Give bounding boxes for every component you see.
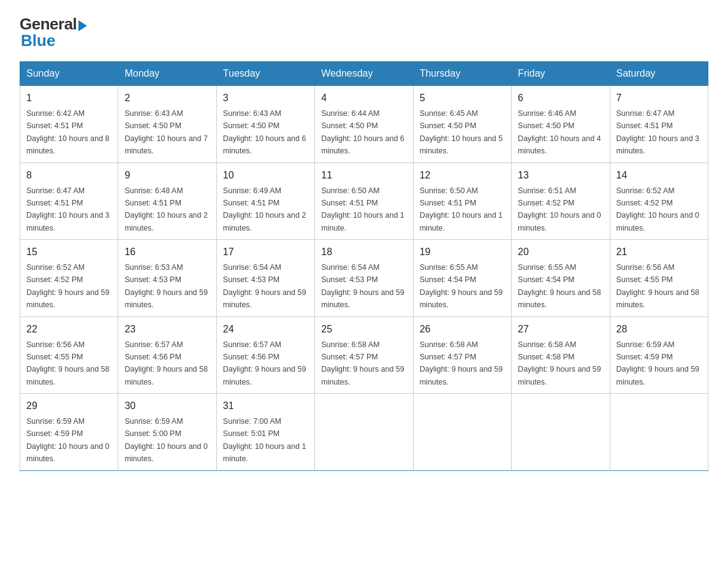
day-info: Sunrise: 6:47 AMSunset: 4:51 PMDaylight:… <box>26 186 110 232</box>
day-info: Sunrise: 6:50 AMSunset: 4:51 PMDaylight:… <box>420 186 503 232</box>
day-info: Sunrise: 6:45 AMSunset: 4:50 PMDaylight:… <box>420 109 503 155</box>
logo-triangle-icon <box>78 20 87 31</box>
day-number: 20 <box>518 245 603 259</box>
day-number: 15 <box>26 245 112 259</box>
day-info: Sunrise: 6:51 AMSunset: 4:52 PMDaylight:… <box>518 186 601 232</box>
calendar-day-cell: 1 Sunrise: 6:42 AMSunset: 4:51 PMDayligh… <box>20 86 118 163</box>
calendar-day-cell: 13 Sunrise: 6:51 AMSunset: 4:52 PMDaylig… <box>512 163 610 240</box>
calendar-week-row: 22 Sunrise: 6:56 AMSunset: 4:55 PMDaylig… <box>20 316 708 394</box>
calendar-week-row: 1 Sunrise: 6:42 AMSunset: 4:51 PMDayligh… <box>20 86 708 163</box>
day-number: 21 <box>616 245 702 259</box>
calendar-day-cell: 15 Sunrise: 6:52 AMSunset: 4:52 PMDaylig… <box>20 240 118 317</box>
day-info: Sunrise: 6:57 AMSunset: 4:56 PMDaylight:… <box>223 340 306 386</box>
calendar-day-cell: 30 Sunrise: 6:59 AMSunset: 5:00 PMDaylig… <box>118 394 216 471</box>
day-of-week-header: Tuesday <box>216 62 314 86</box>
day-number: 26 <box>420 322 505 337</box>
day-info: Sunrise: 6:48 AMSunset: 4:51 PMDaylight:… <box>124 186 208 232</box>
calendar-day-cell <box>512 394 610 471</box>
day-number: 27 <box>518 322 603 337</box>
day-number: 2 <box>124 91 210 105</box>
day-info: Sunrise: 6:53 AMSunset: 4:53 PMDaylight:… <box>124 263 208 309</box>
calendar-day-cell: 17 Sunrise: 6:54 AMSunset: 4:53 PMDaylig… <box>216 240 314 317</box>
day-info: Sunrise: 6:59 AMSunset: 5:00 PMDaylight:… <box>124 417 208 463</box>
day-number: 22 <box>26 322 112 337</box>
calendar-day-cell: 10 Sunrise: 6:49 AMSunset: 4:51 PMDaylig… <box>216 163 314 240</box>
day-info: Sunrise: 6:55 AMSunset: 4:54 PMDaylight:… <box>518 263 601 309</box>
calendar-day-cell: 31 Sunrise: 7:00 AMSunset: 5:01 PMDaylig… <box>216 394 314 471</box>
calendar-day-cell: 4 Sunrise: 6:44 AMSunset: 4:50 PMDayligh… <box>315 86 413 163</box>
logo: General Blue <box>20 15 87 50</box>
day-of-week-header: Sunday <box>20 62 118 86</box>
day-of-week-header: Thursday <box>413 62 511 86</box>
day-number: 1 <box>26 91 112 105</box>
day-number: 18 <box>321 245 406 259</box>
day-of-week-header: Wednesday <box>315 62 413 86</box>
day-number: 12 <box>420 168 505 183</box>
day-number: 14 <box>616 168 702 183</box>
day-number: 7 <box>616 91 702 105</box>
calendar-week-row: 8 Sunrise: 6:47 AMSunset: 4:51 PMDayligh… <box>20 163 708 240</box>
day-number: 30 <box>124 399 210 413</box>
calendar-day-cell: 18 Sunrise: 6:54 AMSunset: 4:53 PMDaylig… <box>315 240 413 317</box>
day-of-week-header: Monday <box>118 62 216 86</box>
day-info: Sunrise: 6:49 AMSunset: 4:51 PMDaylight:… <box>223 186 306 232</box>
day-info: Sunrise: 6:59 AMSunset: 4:59 PMDaylight:… <box>26 417 110 463</box>
calendar-day-cell: 16 Sunrise: 6:53 AMSunset: 4:53 PMDaylig… <box>118 240 216 317</box>
calendar-day-cell: 26 Sunrise: 6:58 AMSunset: 4:57 PMDaylig… <box>413 316 511 394</box>
day-number: 16 <box>124 245 210 259</box>
calendar-day-cell: 5 Sunrise: 6:45 AMSunset: 4:50 PMDayligh… <box>413 86 511 163</box>
calendar-day-cell: 19 Sunrise: 6:55 AMSunset: 4:54 PMDaylig… <box>413 240 511 317</box>
calendar-day-cell: 27 Sunrise: 6:58 AMSunset: 4:58 PMDaylig… <box>512 316 610 394</box>
day-number: 4 <box>321 91 406 105</box>
day-info: Sunrise: 6:50 AMSunset: 4:51 PMDaylight:… <box>321 186 404 232</box>
day-info: Sunrise: 6:58 AMSunset: 4:58 PMDaylight:… <box>518 340 601 386</box>
calendar-day-cell: 14 Sunrise: 6:52 AMSunset: 4:52 PMDaylig… <box>610 163 708 240</box>
calendar-day-cell: 23 Sunrise: 6:57 AMSunset: 4:56 PMDaylig… <box>118 316 216 394</box>
day-of-week-header: Saturday <box>610 62 708 86</box>
day-number: 19 <box>420 245 505 259</box>
day-info: Sunrise: 6:46 AMSunset: 4:50 PMDaylight:… <box>518 109 601 155</box>
calendar-week-row: 15 Sunrise: 6:52 AMSunset: 4:52 PMDaylig… <box>20 240 708 317</box>
day-info: Sunrise: 7:00 AMSunset: 5:01 PMDaylight:… <box>223 417 306 463</box>
day-number: 11 <box>321 168 406 183</box>
calendar-day-cell: 24 Sunrise: 6:57 AMSunset: 4:56 PMDaylig… <box>216 316 314 394</box>
page-header: General Blue <box>20 15 708 50</box>
calendar-day-cell: 7 Sunrise: 6:47 AMSunset: 4:51 PMDayligh… <box>610 86 708 163</box>
day-info: Sunrise: 6:47 AMSunset: 4:51 PMDaylight:… <box>616 109 700 155</box>
day-number: 17 <box>223 245 308 259</box>
day-number: 8 <box>26 168 112 183</box>
day-info: Sunrise: 6:58 AMSunset: 4:57 PMDaylight:… <box>420 340 503 386</box>
day-number: 10 <box>223 168 308 183</box>
day-info: Sunrise: 6:43 AMSunset: 4:50 PMDaylight:… <box>223 109 306 155</box>
calendar-table: SundayMondayTuesdayWednesdayThursdayFrid… <box>20 61 708 471</box>
day-info: Sunrise: 6:57 AMSunset: 4:56 PMDaylight:… <box>124 340 208 386</box>
day-number: 31 <box>223 399 308 413</box>
calendar-day-cell: 29 Sunrise: 6:59 AMSunset: 4:59 PMDaylig… <box>20 394 118 471</box>
day-info: Sunrise: 6:52 AMSunset: 4:52 PMDaylight:… <box>26 263 110 309</box>
calendar-day-cell <box>315 394 413 471</box>
day-number: 24 <box>223 322 308 337</box>
calendar-week-row: 29 Sunrise: 6:59 AMSunset: 4:59 PMDaylig… <box>20 394 708 471</box>
day-info: Sunrise: 6:54 AMSunset: 4:53 PMDaylight:… <box>321 263 404 309</box>
logo-blue-text: Blue <box>21 31 55 50</box>
day-info: Sunrise: 6:52 AMSunset: 4:52 PMDaylight:… <box>616 186 700 232</box>
calendar-day-cell: 2 Sunrise: 6:43 AMSunset: 4:50 PMDayligh… <box>118 86 216 163</box>
day-number: 23 <box>124 322 210 337</box>
day-info: Sunrise: 6:44 AMSunset: 4:50 PMDaylight:… <box>321 109 404 155</box>
day-number: 29 <box>26 399 112 413</box>
day-number: 28 <box>616 322 702 337</box>
day-info: Sunrise: 6:54 AMSunset: 4:53 PMDaylight:… <box>223 263 306 309</box>
day-number: 6 <box>518 91 603 105</box>
calendar-day-cell: 6 Sunrise: 6:46 AMSunset: 4:50 PMDayligh… <box>512 86 610 163</box>
day-number: 5 <box>420 91 505 105</box>
day-header-row: SundayMondayTuesdayWednesdayThursdayFrid… <box>20 62 708 86</box>
calendar-day-cell: 22 Sunrise: 6:56 AMSunset: 4:55 PMDaylig… <box>20 316 118 394</box>
calendar-day-cell: 3 Sunrise: 6:43 AMSunset: 4:50 PMDayligh… <box>216 86 314 163</box>
day-info: Sunrise: 6:43 AMSunset: 4:50 PMDaylight:… <box>124 109 208 155</box>
calendar-day-cell: 9 Sunrise: 6:48 AMSunset: 4:51 PMDayligh… <box>118 163 216 240</box>
day-number: 25 <box>321 322 406 337</box>
calendar-day-cell <box>413 394 511 471</box>
day-info: Sunrise: 6:55 AMSunset: 4:54 PMDaylight:… <box>420 263 503 309</box>
calendar-day-cell: 12 Sunrise: 6:50 AMSunset: 4:51 PMDaylig… <box>413 163 511 240</box>
day-of-week-header: Friday <box>512 62 610 86</box>
